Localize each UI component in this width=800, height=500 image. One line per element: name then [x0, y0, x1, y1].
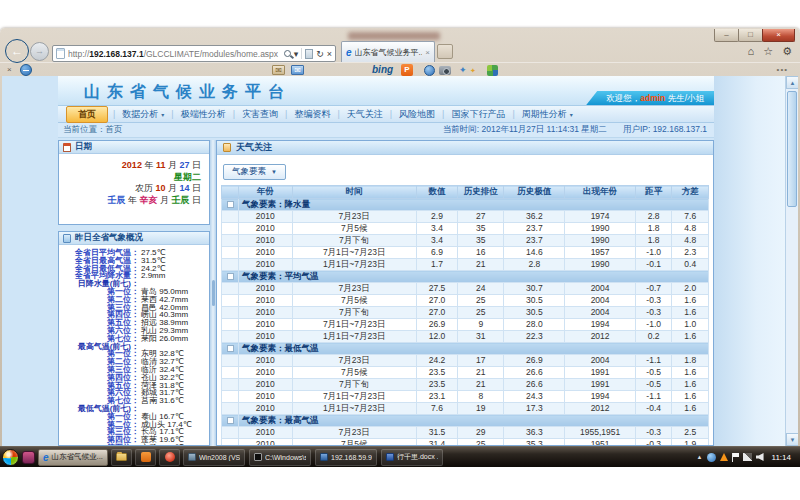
url-text[interactable]: http://192.168.137.1/GLCCLIMATE/modules/…: [68, 49, 284, 59]
nav-item[interactable]: 周期性分析▾: [515, 106, 580, 123]
table-row[interactable]: 20107月下旬23.52126.61991-0.51.6: [222, 379, 709, 391]
bing-logo[interactable]: bing: [372, 64, 393, 75]
action-center-flag-icon[interactable]: [732, 453, 739, 462]
camera-icon[interactable]: [439, 66, 451, 75]
forward-button[interactable]: →: [30, 42, 49, 61]
addon-bar-close-icon[interactable]: ×: [7, 65, 12, 74]
mail-icon-blue[interactable]: ✉: [291, 65, 304, 75]
taskbar-ie-button[interactable]: e 山东省气候业...: [38, 449, 108, 466]
table-group-row[interactable]: 气象要素：平均气温: [222, 271, 709, 283]
table-row[interactable]: 20107月23日31.52936.31955,1951-0.32.5: [222, 427, 709, 439]
nav-item[interactable]: 极端性分析: [174, 106, 233, 123]
table-row[interactable]: 20107月23日27.52430.72004-0.72.0: [222, 283, 709, 295]
checkbox[interactable]: [227, 273, 234, 280]
element-filter-button[interactable]: 气象要素 ▼: [223, 164, 286, 180]
table-group-row[interactable]: 气象要素：降水量: [222, 199, 709, 211]
cell: 2010: [239, 427, 293, 439]
community-icon[interactable]: [487, 65, 498, 76]
network-icon[interactable]: [743, 453, 752, 461]
favorites-star-icon[interactable]: ☆: [763, 44, 773, 59]
table-row[interactable]: 20107月1日~7月23日23.1824.31994-1.11.6: [222, 391, 709, 403]
table-group-row[interactable]: 气象要素：最高气温: [222, 415, 709, 427]
orange-app-button[interactable]: [135, 449, 156, 466]
taskbar-window-button[interactable]: 192.168.59.99...: [315, 449, 377, 466]
page-viewport: 山东省气候业务平台 欢迎您，admin 先生/小姐 首页|数据分析▾|极端性分析…: [2, 76, 798, 446]
taskbar-window-label: Win2008 (VS2...: [199, 454, 240, 461]
cell: 7月1日~7月23日: [292, 391, 416, 403]
compatibility-view-icon[interactable]: [305, 49, 313, 59]
volume-icon[interactable]: [756, 453, 764, 461]
nav-item[interactable]: 风险地图: [392, 106, 442, 123]
sidebar-splitter[interactable]: [210, 140, 216, 446]
table-row[interactable]: 20107月1日~7月23日6.91614.61957-1.02.3: [222, 247, 709, 259]
row-checkbox-cell: [222, 403, 239, 415]
flame-tray-icon[interactable]: [720, 453, 728, 461]
start-button[interactable]: [2, 449, 19, 466]
overflow-icon[interactable]: •••: [777, 65, 788, 74]
messenger-tray-icon[interactable]: [707, 453, 716, 462]
table-row[interactable]: 20107月5候31.42535.31951-0.31.9: [222, 439, 709, 447]
cell: -1.0: [635, 319, 672, 331]
nav-item[interactable]: 灾害查询: [235, 106, 285, 123]
cell: 1990: [565, 259, 636, 271]
home-icon[interactable]: ⌂: [748, 44, 755, 59]
tab-close-icon[interactable]: ×: [425, 48, 430, 57]
vertical-scrollbar[interactable]: ▲ ▼: [785, 76, 798, 446]
taskbar-window-button[interactable]: 行千里.docx ...: [381, 449, 443, 466]
table-group-row[interactable]: 气象要素：最低气温: [222, 343, 709, 355]
minimize-button[interactable]: –: [714, 29, 739, 42]
nav-item[interactable]: 数据分析▾: [115, 106, 171, 123]
new-tab-button[interactable]: [437, 44, 453, 59]
nav-item[interactable]: 国家下行产品: [444, 106, 512, 123]
table-row[interactable]: 20107月5候23.52126.61991-0.51.6: [222, 367, 709, 379]
p-badge-icon[interactable]: P: [401, 64, 413, 76]
scroll-up-icon[interactable]: ▲: [786, 76, 798, 89]
taskbar-window-button[interactable]: Win2008 (VS2...: [183, 449, 245, 466]
table-row[interactable]: 20101月1日~7月23日7.61917.32012-0.41.6: [222, 403, 709, 415]
table-row[interactable]: 20101月1日~7月23日1.7212.81990-0.10.4: [222, 259, 709, 271]
table-row[interactable]: 20107月5候3.43523.719901.84.8: [222, 223, 709, 235]
welcome-ribbon: 欢迎您，admin 先生/小姐: [586, 91, 714, 105]
cell: 1.8: [672, 355, 709, 367]
close-button[interactable]: ×: [762, 29, 795, 42]
search-icon[interactable]: [284, 50, 291, 57]
cell: 1.7: [416, 259, 457, 271]
cell: 35: [458, 223, 504, 235]
settings-gear-icon[interactable]: ⚙: [782, 44, 792, 59]
nav-item[interactable]: 整编资料: [287, 106, 337, 123]
table-row[interactable]: 20107月下旬3.43523.719901.84.8: [222, 235, 709, 247]
maximize-button[interactable]: □: [738, 29, 763, 42]
checkbox[interactable]: [227, 417, 234, 424]
stop-icon[interactable]: ×: [327, 49, 332, 59]
red-app-button[interactable]: [159, 449, 180, 466]
table-row[interactable]: 20107月下旬27.02530.52004-0.31.6: [222, 307, 709, 319]
sparkle-icon[interactable]: ✦: [459, 65, 467, 75]
scrollbar-thumb[interactable]: [787, 91, 797, 207]
pinned-app-icon[interactable]: [22, 451, 35, 464]
address-bar[interactable]: http://192.168.137.1/GLCCLIMATE/modules/…: [52, 45, 336, 62]
checkbox[interactable]: [227, 201, 234, 208]
nav-item[interactable]: 天气关注: [340, 106, 390, 123]
taskbar-window-button[interactable]: C:\Windows\s...: [249, 449, 311, 466]
group-label: 气象要素：降水量: [239, 199, 709, 211]
sparkle-icon-small[interactable]: ✦: [470, 67, 476, 75]
checkbox[interactable]: [227, 345, 234, 352]
status-bar: 当前位置：首页 当前时间: 2012年11月27日 11:14:31 星期二 用…: [58, 123, 714, 138]
table-row[interactable]: 20101月1日~7月23日12.03122.320120.21.6: [222, 331, 709, 343]
table-row[interactable]: 20107月5候27.02530.52004-0.31.6: [222, 295, 709, 307]
explorer-button[interactable]: [111, 449, 132, 466]
table-row[interactable]: 20107月23日2.92736.219742.87.6: [222, 211, 709, 223]
messenger-icon[interactable]: [424, 65, 435, 76]
browser-tab[interactable]: e 山东省气候业务平... ×: [341, 41, 435, 62]
scroll-down-icon[interactable]: ▼: [786, 433, 798, 446]
back-button[interactable]: ←: [5, 39, 29, 63]
table-row[interactable]: 20107月23日24.21726.92004-1.11.8: [222, 355, 709, 367]
taskbar: e 山东省气候业... Win2008 (VS2...C:\Windows\s.…: [0, 446, 800, 467]
taskbar-clock[interactable]: 11:14: [768, 453, 795, 462]
table-row[interactable]: 20107月1日~7月23日26.9928.01994-1.01.0: [222, 319, 709, 331]
mail-icon[interactable]: ✉: [272, 65, 285, 75]
blocked-plugin-icon[interactable]: [20, 64, 32, 76]
hidden-icons-arrow[interactable]: ▲: [697, 454, 703, 460]
nav-item[interactable]: 首页: [66, 106, 108, 123]
refresh-icon[interactable]: ↻: [316, 49, 324, 59]
